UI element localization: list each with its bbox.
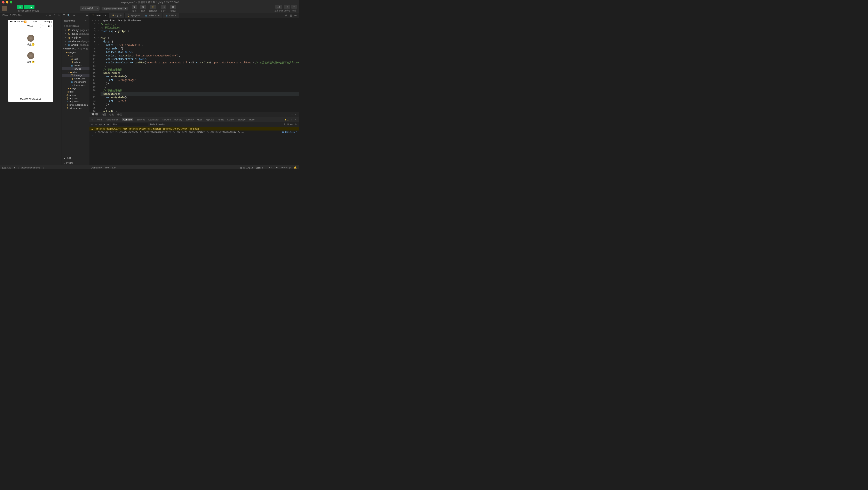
collapse-icon[interactable]: ⇥ xyxy=(86,14,88,17)
breadcrumb-item[interactable]: index.js xyxy=(118,19,126,22)
devtools-tab-Audits[interactable]: Audits xyxy=(218,118,224,121)
filter-input[interactable] xyxy=(111,123,148,126)
devtools-tab-Sources[interactable]: Sources xyxy=(137,118,145,121)
sim-record-icon[interactable]: ◉ xyxy=(49,14,51,17)
page-path-label[interactable]: 页面路径 xyxy=(2,166,11,169)
close-icon[interactable]: × xyxy=(65,43,66,47)
toolbar-btn-预览[interactable]: ◉预览 xyxy=(139,5,147,12)
hidden-count[interactable]: 2 hidden xyxy=(284,123,292,126)
tree-item-app.wxss[interactable]: ⟐app.wxss xyxy=(62,100,90,103)
close-icon[interactable]: ✕ xyxy=(295,118,297,121)
fold-gutter[interactable]: ˅˅˅˅˅˅˅ xyxy=(98,23,100,112)
new-folder-icon[interactable]: ⊞ xyxy=(81,48,82,50)
devtools-tab-Mock[interactable]: Mock xyxy=(197,118,202,121)
more-icon[interactable]: ⋯ xyxy=(294,14,297,17)
close-icon[interactable]: × xyxy=(65,32,66,35)
nav-back-icon[interactable]: ← xyxy=(92,19,94,22)
timeline-header[interactable]: ▸时间线 xyxy=(62,161,90,165)
clear-icon[interactable]: ⊘ xyxy=(95,123,97,126)
user-avatar-2[interactable] xyxy=(27,52,34,59)
close-icon[interactable]: × xyxy=(65,36,66,39)
tree-item-project.config.json[interactable]: {}project.config.json xyxy=(62,103,90,106)
panel-tab-问题[interactable]: 问题 xyxy=(101,112,106,117)
open-editor-item[interactable]: ×▤index.wxml pages/index xyxy=(62,39,90,43)
chevron-down-icon[interactable]: ▾ xyxy=(21,14,23,17)
editor-tab-logs.js[interactable]: JSlogs.js xyxy=(109,13,125,18)
tree-item-app.json[interactable]: {}app.json xyxy=(62,97,90,100)
devtools-tab-Application[interactable]: Application xyxy=(148,118,159,121)
tree-item-logs[interactable]: ▸ ■logs xyxy=(62,87,90,90)
statusbar-item[interactable]: JavaScript xyxy=(280,166,291,169)
mode-button-0[interactable]: ▭ xyxy=(17,5,23,9)
sim-share-icon[interactable]: ⇪ xyxy=(54,14,55,17)
eye-icon[interactable]: ◉ xyxy=(107,123,109,126)
compare-icon[interactable]: ⇄ xyxy=(285,14,287,17)
outline-header[interactable]: ▸大纲 xyxy=(62,156,90,161)
page-path-dropdown[interactable]: pages/index/index xyxy=(101,7,128,10)
gear-icon[interactable]: ⚙ xyxy=(295,123,297,126)
devtools-tab-Wxml[interactable]: Wxml xyxy=(97,118,102,121)
sim-popout-icon[interactable]: ⧉ xyxy=(58,14,60,17)
error-count[interactable]: ⊗ 0 xyxy=(105,166,109,169)
device-label[interactable]: iPhone 5 100% 16 xyxy=(2,14,21,17)
toolbar-right-测试号[interactable]: ⇪测试号 xyxy=(284,5,290,12)
copy-icon[interactable]: ⧉ xyxy=(43,166,44,169)
panel-tab-终端[interactable]: 终端 xyxy=(117,112,122,117)
devtools-tab-Console[interactable]: Console xyxy=(122,118,133,121)
mode-button-2[interactable]: ☰ xyxy=(28,5,34,9)
devtools-tab-Storage[interactable]: Storage xyxy=(238,118,246,121)
toggle-sidebar-icon[interactable]: ▸ xyxy=(92,123,93,126)
toolbar-btn-清缓存[interactable]: ⊘清缓存 xyxy=(168,5,178,12)
panel-tab-输出[interactable]: 输出 xyxy=(110,112,114,117)
console-prompt[interactable]: › xyxy=(90,133,299,137)
close-icon[interactable]: × xyxy=(65,40,66,43)
editor-tab-a.wxml[interactable]: ▤a.wxml xyxy=(163,13,179,18)
open-editor-item[interactable]: ×{}app.json xyxy=(62,36,90,39)
refresh-icon[interactable]: ⟳ xyxy=(83,48,85,50)
chevron-down-icon[interactable]: ▾ xyxy=(14,166,15,169)
tree-item-sitemap.json[interactable]: {}sitemap.json xyxy=(62,106,90,110)
statusbar-item[interactable]: LF xyxy=(275,166,278,169)
tree-item-pages[interactable]: ▾ ▬pages xyxy=(62,51,90,54)
nav-fwd-icon[interactable]: → xyxy=(95,19,97,22)
tree-item-index[interactable]: ▾ ▬index xyxy=(62,70,90,74)
collapse-all-icon[interactable]: ⊟ xyxy=(86,48,88,50)
editor-tab-index.wxml[interactable]: ▤index.wxml xyxy=(142,13,162,18)
breadcrumb-item[interactable]: pages xyxy=(102,19,108,22)
more-icon[interactable]: ⋯ xyxy=(72,14,75,17)
breadcrumb-item[interactable]: bindGotoAaa xyxy=(128,19,141,22)
bookmark-icon[interactable]: ▿ xyxy=(98,19,99,22)
source-link[interactable]: index.js:27 xyxy=(282,131,297,133)
tree-item-index.js[interactable]: JSindex.js xyxy=(62,74,90,77)
devtools-tab-Network[interactable]: Network xyxy=(162,118,171,121)
tree-item-index.wxml[interactable]: ▤index.wxml xyxy=(62,80,90,84)
devtools-tab-AppData[interactable]: AppData xyxy=(206,118,214,121)
git-branch[interactable]: ⎇ master* xyxy=(91,166,102,169)
bell-icon[interactable]: 🔔 xyxy=(294,166,297,169)
open-editor-item[interactable]: ×▤a.wxml pages/a xyxy=(62,43,90,47)
console-line[interactable]: ▸ {drawCanvas: ƒ, createContext: ƒ, crea… xyxy=(90,130,299,133)
code-editor[interactable]: 1234567891011121314151617181920212223242… xyxy=(90,23,299,112)
levels-dropdown[interactable]: Default levels ▾ xyxy=(150,123,165,126)
close-capsule-icon[interactable]: ◉ xyxy=(46,24,52,28)
context-dropdown[interactable]: top xyxy=(99,123,102,126)
page-path-value[interactable]: pages/index/index xyxy=(22,166,40,169)
toolbar-right-版本管理[interactable]: ⎇版本管理 xyxy=(275,5,283,12)
more-icon[interactable]: ⋮ xyxy=(290,118,293,121)
toolbar-btn-编译[interactable]: ⟳编译 xyxy=(130,5,139,12)
toolbar-btn-切后台[interactable]: ⇥切后台 xyxy=(159,5,168,12)
breadcrumb-item[interactable]: index xyxy=(110,19,116,22)
close-icon[interactable]: ✕ xyxy=(295,113,297,116)
inspect-icon[interactable]: ⟰ xyxy=(92,118,93,121)
tree-item-a.wxss[interactable]: ⟐a.wxss xyxy=(62,67,90,70)
close-icon[interactable]: × xyxy=(65,29,66,32)
statusbar-item[interactable]: 空格: 2 xyxy=(256,166,262,169)
warning-badge[interactable]: ▲ 1 xyxy=(284,118,288,121)
open-editor-item[interactable]: ×JSlogs.js pages/logs xyxy=(62,32,90,36)
menu-icon[interactable]: ☰ xyxy=(63,14,65,17)
editor-tab-index.js[interactable]: JSindex.js× xyxy=(90,13,109,18)
tree-item-a.wxml[interactable]: ▤a.wxml xyxy=(62,64,90,67)
statusbar-item[interactable]: 行 21，列 18 xyxy=(240,166,253,169)
project-header[interactable]: ▾ MINIPRO… + ⊞ ⟳ ⊟ xyxy=(62,47,90,51)
tree-item-a[interactable]: ▾ ▬a xyxy=(62,54,90,57)
